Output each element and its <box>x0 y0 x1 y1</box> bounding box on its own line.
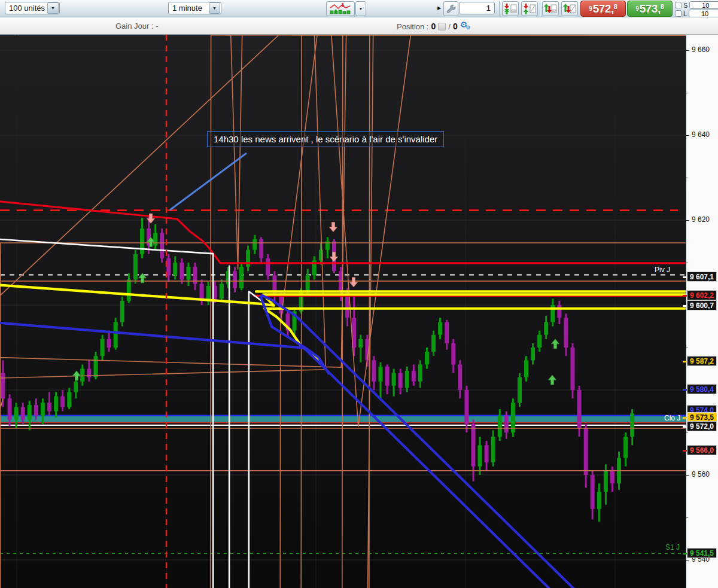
chart-area: Piv JClo JS1 J 14h30 les news arrivent ,… <box>0 35 718 588</box>
axis-minor-tick <box>686 263 688 263</box>
annotation-text: 14h30 les news arrivent , le scénario à … <box>214 134 437 144</box>
candle-up <box>360 335 361 362</box>
down-arrow-marker <box>350 278 358 287</box>
close-label: Clo J <box>664 414 680 422</box>
limit-checkbox[interactable] <box>675 10 682 17</box>
position-status: Position : 0 / 0 ⚙⚙ <box>397 21 470 32</box>
axis-tick <box>686 560 689 560</box>
gain-day-label: Gain Jour : - <box>115 22 159 31</box>
timeframe-select-value: 1 minute <box>169 4 208 13</box>
axis-minor-tick <box>686 348 688 348</box>
sell-price-main: 572, <box>593 2 614 16</box>
axis-minor-tick <box>686 93 688 93</box>
candles-layer <box>1 216 635 522</box>
position-value-1: 0 <box>431 22 436 31</box>
sell-order-button[interactable] <box>502 1 519 16</box>
wrench-icon <box>446 4 456 14</box>
settings-wrench-button[interactable] <box>443 1 458 16</box>
pivot-label: Piv J <box>655 266 670 274</box>
sell-price-prefix: 9 <box>589 5 592 12</box>
axis-tick-label: 9 660 <box>692 45 710 54</box>
chevron-down-icon[interactable]: ▼ <box>209 2 220 14</box>
position-value-2: 0 <box>453 22 458 31</box>
stop-input[interactable] <box>689 1 718 9</box>
axis-tick <box>686 135 689 136</box>
document-icon <box>438 23 446 31</box>
price-axis[interactable]: 9 6609 6409 6209 5609 5409 607,19 602,29… <box>686 35 718 588</box>
toolbar-separator <box>540 1 540 16</box>
price-chart[interactable]: Piv JClo JS1 J <box>0 35 686 588</box>
limit-label: L <box>683 10 687 17</box>
order-buy-cancel-icon <box>562 3 577 15</box>
position-separator: / <box>448 22 451 31</box>
limit-row: L <box>675 10 718 17</box>
price-badge: 9 541,5 <box>687 548 717 558</box>
price-badge: 9 566,0 <box>687 445 717 455</box>
buy-cancel-button[interactable] <box>561 1 578 16</box>
up-arrow-marker <box>73 371 81 380</box>
buy-price-prefix: 9 <box>635 5 639 12</box>
s1-label: S1 J <box>665 543 680 552</box>
chart-type-button[interactable] <box>326 1 355 16</box>
buy-price-main: 573, <box>640 2 661 16</box>
collapse-arrow-icon[interactable]: ▶ <box>437 5 441 11</box>
stop-checkbox[interactable] <box>675 2 682 8</box>
buy-price-sup: 8 <box>661 3 664 10</box>
units-select-value: 100 unités <box>5 4 47 13</box>
axis-minor-tick <box>686 432 688 433</box>
chevron-down-icon[interactable]: ▼ <box>47 2 59 14</box>
order-buy-list-icon <box>543 3 558 15</box>
down-arrow-marker <box>330 252 338 261</box>
annotation-box[interactable]: 14h30 les news arrivent , le scénario à … <box>207 131 444 147</box>
position-label: Position : <box>397 22 428 31</box>
limit-input[interactable] <box>689 10 718 17</box>
price-badge: 9 587,2 <box>687 356 717 366</box>
price-badge: 9 607,1 <box>687 272 717 282</box>
axis-tick-label: 9 560 <box>692 470 710 479</box>
axis-tick <box>686 220 689 221</box>
buy-order-button[interactable] <box>542 1 559 16</box>
order-sell-cancel-icon <box>522 3 537 15</box>
axis-minor-tick <box>686 178 688 178</box>
axis-tick <box>686 50 689 51</box>
timeframe-select[interactable]: 1 minute ▼ <box>168 2 221 14</box>
price-badge: 9 580,4 <box>687 384 717 394</box>
dotted-ma-line <box>0 35 686 588</box>
stop-label: S <box>683 2 687 9</box>
buy-price-button[interactable]: 9 573, 8 <box>627 1 673 17</box>
chart-type-icon <box>329 2 352 15</box>
axis-tick-label: 9 640 <box>692 130 710 139</box>
units-select[interactable]: 100 unités ▼ <box>5 2 60 14</box>
white-ma-line <box>0 239 263 588</box>
top-toolbar: 100 unités ▼ 1 minute ▼ ▼ ▶ <box>0 0 718 17</box>
sell-cancel-button[interactable] <box>521 1 538 16</box>
axis-minor-tick <box>686 517 688 518</box>
gear-icon[interactable]: ⚙⚙ <box>460 21 471 32</box>
axis-tick <box>686 475 689 476</box>
down-arrow-marker <box>330 223 337 232</box>
price-badge: 9 600,7 <box>687 300 717 310</box>
close-band <box>0 416 686 422</box>
price-badge: 9 602,2 <box>687 290 717 300</box>
quantity-input[interactable] <box>459 2 495 14</box>
sell-price-button[interactable]: 9 572, 8 <box>580 1 626 17</box>
stop-row: S <box>675 1 718 9</box>
axis-tick-label: 9 620 <box>692 215 710 224</box>
price-badge: 9 572,0 <box>687 421 717 431</box>
chevron-down-icon: ▼ <box>359 7 363 11</box>
order-sell-list-icon <box>503 3 518 15</box>
toolbar-separator <box>499 1 500 16</box>
chart-type-dropdown-button[interactable]: ▼ <box>355 1 366 16</box>
status-bar: Gain Jour : - Position : 0 / 0 ⚙⚙ <box>0 17 718 35</box>
up-arrow-marker <box>549 375 556 385</box>
sell-price-sup: 8 <box>614 3 617 10</box>
up-arrow-marker <box>552 339 559 349</box>
